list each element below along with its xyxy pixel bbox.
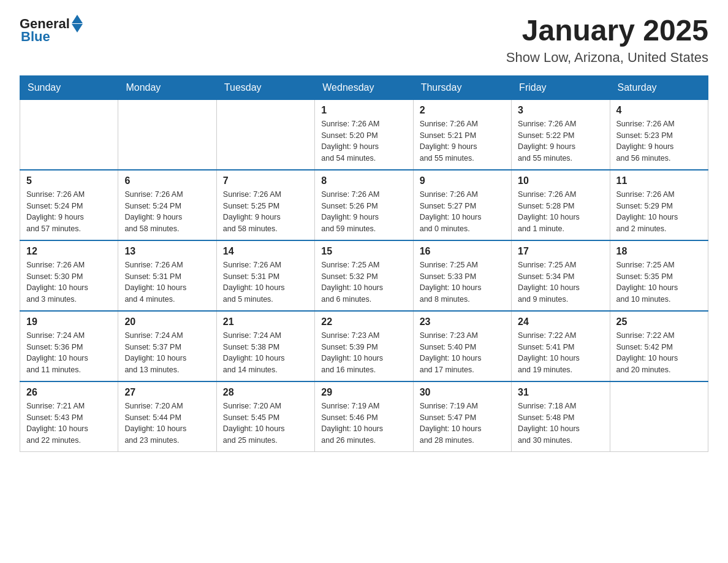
calendar-day-header: Sunday <box>20 75 118 99</box>
day-number: 19 <box>26 316 112 327</box>
day-info: Sunrise: 7:26 AMSunset: 5:21 PMDaylight:… <box>420 118 505 164</box>
day-info: Sunrise: 7:26 AMSunset: 5:29 PMDaylight:… <box>616 189 702 235</box>
calendar-cell: 2Sunrise: 7:26 AMSunset: 5:21 PMDaylight… <box>413 99 511 170</box>
day-number: 14 <box>223 246 308 257</box>
day-number: 22 <box>321 316 406 327</box>
day-info: Sunrise: 7:24 AMSunset: 5:37 PMDaylight:… <box>124 330 210 376</box>
day-info: Sunrise: 7:25 AMSunset: 5:34 PMDaylight:… <box>518 259 603 305</box>
day-info: Sunrise: 7:26 AMSunset: 5:27 PMDaylight:… <box>420 189 505 235</box>
calendar-cell: 10Sunrise: 7:26 AMSunset: 5:28 PMDayligh… <box>512 170 610 240</box>
day-number: 4 <box>616 105 702 116</box>
calendar-cell: 24Sunrise: 7:22 AMSunset: 5:41 PMDayligh… <box>512 311 610 381</box>
day-number: 11 <box>616 175 702 186</box>
day-info: Sunrise: 7:25 AMSunset: 5:35 PMDaylight:… <box>616 259 702 305</box>
day-number: 31 <box>518 387 603 398</box>
day-info: Sunrise: 7:19 AMSunset: 5:47 PMDaylight:… <box>420 400 505 446</box>
calendar-day-header: Thursday <box>413 75 511 99</box>
calendar-cell: 4Sunrise: 7:26 AMSunset: 5:23 PMDaylight… <box>610 99 708 170</box>
calendar-cell <box>118 99 216 170</box>
calendar-cell: 20Sunrise: 7:24 AMSunset: 5:37 PMDayligh… <box>118 311 216 381</box>
day-info: Sunrise: 7:26 AMSunset: 5:25 PMDaylight:… <box>223 189 308 235</box>
calendar-week-row: 26Sunrise: 7:21 AMSunset: 5:43 PMDayligh… <box>20 381 708 452</box>
calendar-cell: 31Sunrise: 7:18 AMSunset: 5:48 PMDayligh… <box>512 381 610 452</box>
calendar-day-header: Saturday <box>610 75 708 99</box>
day-number: 30 <box>420 387 505 398</box>
calendar-week-row: 1Sunrise: 7:26 AMSunset: 5:20 PMDaylight… <box>20 99 708 170</box>
calendar-cell: 25Sunrise: 7:22 AMSunset: 5:42 PMDayligh… <box>610 311 708 381</box>
day-number: 13 <box>124 246 210 257</box>
day-info: Sunrise: 7:25 AMSunset: 5:32 PMDaylight:… <box>321 259 406 305</box>
calendar-cell: 3Sunrise: 7:26 AMSunset: 5:22 PMDaylight… <box>512 99 610 170</box>
day-number: 25 <box>616 316 702 327</box>
calendar-cell: 8Sunrise: 7:26 AMSunset: 5:26 PMDaylight… <box>315 170 413 240</box>
day-number: 28 <box>223 387 308 398</box>
page-header: General Blue January 2025 Show Low, Ariz… <box>20 15 708 66</box>
calendar-cell: 23Sunrise: 7:23 AMSunset: 5:40 PMDayligh… <box>413 311 511 381</box>
calendar-cell <box>20 99 118 170</box>
calendar-cell <box>610 381 708 452</box>
day-info: Sunrise: 7:26 AMSunset: 5:22 PMDaylight:… <box>518 118 603 164</box>
day-info: Sunrise: 7:21 AMSunset: 5:43 PMDaylight:… <box>26 400 112 446</box>
month-title: January 2025 <box>506 15 708 47</box>
calendar-cell: 19Sunrise: 7:24 AMSunset: 5:36 PMDayligh… <box>20 311 118 381</box>
calendar-cell <box>216 99 314 170</box>
calendar-week-row: 19Sunrise: 7:24 AMSunset: 5:36 PMDayligh… <box>20 311 708 381</box>
calendar-week-row: 5Sunrise: 7:26 AMSunset: 5:24 PMDaylight… <box>20 170 708 240</box>
day-info: Sunrise: 7:23 AMSunset: 5:39 PMDaylight:… <box>321 330 406 376</box>
day-number: 26 <box>26 387 112 398</box>
day-info: Sunrise: 7:18 AMSunset: 5:48 PMDaylight:… <box>518 400 603 446</box>
calendar-week-row: 12Sunrise: 7:26 AMSunset: 5:30 PMDayligh… <box>20 240 708 311</box>
day-info: Sunrise: 7:20 AMSunset: 5:44 PMDaylight:… <box>124 400 210 446</box>
day-info: Sunrise: 7:26 AMSunset: 5:31 PMDaylight:… <box>223 259 308 305</box>
calendar-day-header: Tuesday <box>216 75 314 99</box>
day-number: 17 <box>518 246 603 257</box>
day-number: 2 <box>420 105 505 116</box>
calendar-cell: 7Sunrise: 7:26 AMSunset: 5:25 PMDaylight… <box>216 170 314 240</box>
calendar-cell: 17Sunrise: 7:25 AMSunset: 5:34 PMDayligh… <box>512 240 610 311</box>
day-number: 7 <box>223 175 308 186</box>
day-number: 27 <box>124 387 210 398</box>
calendar-day-header: Monday <box>118 75 216 99</box>
day-number: 1 <box>321 105 406 116</box>
day-number: 16 <box>420 246 505 257</box>
location-title: Show Low, Arizona, United States <box>506 50 708 66</box>
day-info: Sunrise: 7:24 AMSunset: 5:36 PMDaylight:… <box>26 330 112 376</box>
title-section: January 2025 Show Low, Arizona, United S… <box>506 15 708 66</box>
calendar-cell: 13Sunrise: 7:26 AMSunset: 5:31 PMDayligh… <box>118 240 216 311</box>
calendar-cell: 28Sunrise: 7:20 AMSunset: 5:45 PMDayligh… <box>216 381 314 452</box>
calendar-cell: 9Sunrise: 7:26 AMSunset: 5:27 PMDaylight… <box>413 170 511 240</box>
day-number: 29 <box>321 387 406 398</box>
calendar-cell: 27Sunrise: 7:20 AMSunset: 5:44 PMDayligh… <box>118 381 216 452</box>
day-number: 3 <box>518 105 603 116</box>
day-info: Sunrise: 7:25 AMSunset: 5:33 PMDaylight:… <box>420 259 505 305</box>
day-number: 9 <box>420 175 505 186</box>
day-info: Sunrise: 7:26 AMSunset: 5:26 PMDaylight:… <box>321 189 406 235</box>
calendar-day-header: Friday <box>512 75 610 99</box>
day-info: Sunrise: 7:26 AMSunset: 5:20 PMDaylight:… <box>321 118 406 164</box>
calendar-cell: 1Sunrise: 7:26 AMSunset: 5:20 PMDaylight… <box>315 99 413 170</box>
calendar-header-row: SundayMondayTuesdayWednesdayThursdayFrid… <box>20 75 708 99</box>
day-info: Sunrise: 7:26 AMSunset: 5:30 PMDaylight:… <box>26 259 112 305</box>
day-info: Sunrise: 7:22 AMSunset: 5:41 PMDaylight:… <box>518 330 603 376</box>
day-info: Sunrise: 7:24 AMSunset: 5:38 PMDaylight:… <box>223 330 308 376</box>
day-number: 6 <box>124 175 210 186</box>
calendar-table: SundayMondayTuesdayWednesdayThursdayFrid… <box>20 75 708 452</box>
day-info: Sunrise: 7:23 AMSunset: 5:40 PMDaylight:… <box>420 330 505 376</box>
day-number: 12 <box>26 246 112 257</box>
calendar-cell: 18Sunrise: 7:25 AMSunset: 5:35 PMDayligh… <box>610 240 708 311</box>
calendar-cell: 11Sunrise: 7:26 AMSunset: 5:29 PMDayligh… <box>610 170 708 240</box>
calendar-cell: 14Sunrise: 7:26 AMSunset: 5:31 PMDayligh… <box>216 240 314 311</box>
logo-blue-text: Blue <box>21 29 50 45</box>
calendar-cell: 6Sunrise: 7:26 AMSunset: 5:24 PMDaylight… <box>118 170 216 240</box>
logo: General Blue <box>20 15 83 45</box>
calendar-cell: 30Sunrise: 7:19 AMSunset: 5:47 PMDayligh… <box>413 381 511 452</box>
day-number: 23 <box>420 316 505 327</box>
day-number: 10 <box>518 175 603 186</box>
calendar-cell: 15Sunrise: 7:25 AMSunset: 5:32 PMDayligh… <box>315 240 413 311</box>
calendar-cell: 16Sunrise: 7:25 AMSunset: 5:33 PMDayligh… <box>413 240 511 311</box>
day-number: 8 <box>321 175 406 186</box>
day-info: Sunrise: 7:20 AMSunset: 5:45 PMDaylight:… <box>223 400 308 446</box>
day-info: Sunrise: 7:26 AMSunset: 5:31 PMDaylight:… <box>124 259 210 305</box>
calendar-cell: 29Sunrise: 7:19 AMSunset: 5:46 PMDayligh… <box>315 381 413 452</box>
day-info: Sunrise: 7:19 AMSunset: 5:46 PMDaylight:… <box>321 400 406 446</box>
